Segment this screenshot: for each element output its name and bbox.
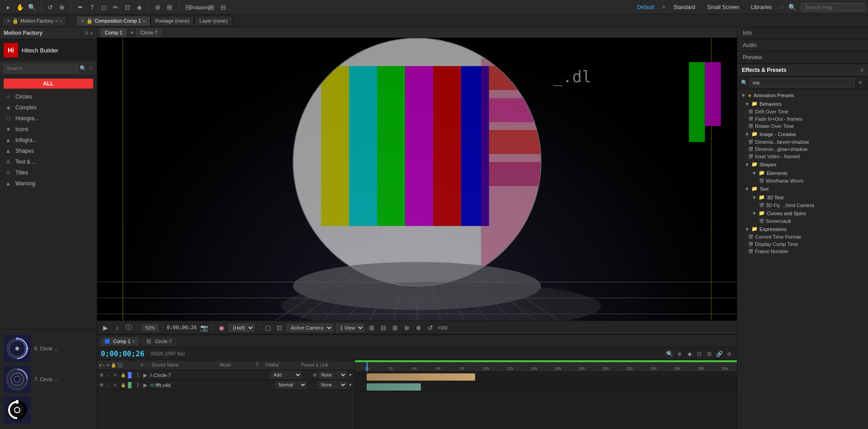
clone-tool-icon[interactable]: ⊡ <box>123 3 132 12</box>
category-shapes[interactable]: ▲ Shapes <box>0 146 97 156</box>
tl-expand-1[interactable]: ▶ <box>143 372 149 378</box>
category-circles[interactable]: ○ Circles <box>0 91 97 102</box>
left-panel-menu-icon[interactable]: ≡ <box>85 30 88 36</box>
plugin-search-input[interactable] <box>4 64 78 73</box>
thumb-item-1[interactable]: 5. Circle ... <box>4 333 93 364</box>
comp-subtab-comp1[interactable]: Comp 1 <box>101 28 127 37</box>
tl-bar-layer2[interactable] <box>367 383 421 391</box>
rp-tab-preview[interactable]: Preview <box>737 52 868 64</box>
all-button[interactable]: ALL <box>4 79 93 89</box>
hand-tool-icon[interactable]: ✋ <box>15 3 24 12</box>
tree-item-rotate[interactable]: 🎬 Rotate Over Time <box>737 123 868 130</box>
search-submit-icon[interactable]: 🔍 <box>80 65 86 71</box>
behaviors-subsection[interactable]: ▼ 📁 Behaviors <box>737 99 868 108</box>
category-titles[interactable]: ≡ Titles <box>0 167 97 178</box>
tree-item-current-time[interactable]: 🎬 Current Time Format <box>737 233 868 240</box>
text-tree-subsection[interactable]: ▼ 📁 Text <box>737 184 868 193</box>
image-creative-subsection[interactable]: ▼ 📁 Image - Creative <box>737 130 868 138</box>
tree-item-bevel[interactable]: 🎬 Dimensi...bevel+shadow <box>737 138 868 146</box>
select-tool-icon[interactable]: ▸ <box>4 3 13 12</box>
tl-lock-2[interactable]: 🔒 <box>121 383 127 387</box>
camera-orbit-icon[interactable]: ⊕ <box>57 3 66 12</box>
category-warning[interactable]: ▲ Warning <box>0 178 97 189</box>
zoom-tool-icon[interactable]: 🔍 <box>27 3 36 12</box>
vc-audio-icon[interactable]: ♪ <box>113 323 122 332</box>
tl-tab-comp1[interactable]: Comp 1 ≡ <box>101 337 139 345</box>
left-panel-expand-icon[interactable]: » <box>90 30 93 36</box>
roto-tool-icon[interactable]: ⊞ <box>165 3 174 12</box>
vc-safe-zones-icon[interactable]: ⊟ <box>379 323 388 332</box>
workspace-small-screen[interactable]: Small Screen <box>703 3 743 11</box>
tl-parent-1[interactable]: None <box>318 371 347 379</box>
tree-item-inset[interactable]: 🎬 Inset Video - framed <box>737 153 868 160</box>
effects-search-input[interactable] <box>750 78 854 87</box>
pen-tool-icon[interactable]: ✒ <box>76 3 85 12</box>
tree-item-3d-fly[interactable]: 🎬 3D Fly ...hind Camera <box>737 202 868 209</box>
category-infogra[interactable]: ▲ Infogra... <box>0 135 97 146</box>
quality-dropdown[interactable]: (Half) <box>229 324 255 332</box>
motion-factory-menu-icon[interactable]: ≡ <box>55 19 58 24</box>
tree-item-glow[interactable]: 🎬 Dimensi...glow+shadow <box>737 146 868 153</box>
tl-trim-icon[interactable]: ⊡ <box>695 350 703 358</box>
tl-layer-row-2[interactable]: 👁 ♪ ☀ 🔒 2 ▶ 3D ffft.c4d Normal <box>97 380 354 390</box>
tl-link-icon[interactable]: 🔗 <box>715 350 723 358</box>
tl-eye-1[interactable]: 👁 <box>99 372 105 378</box>
category-icons[interactable]: ★ Icons <box>0 124 97 135</box>
comp-tab-menu-icon[interactable]: ≡ <box>143 19 146 24</box>
tl-trkmat-2[interactable]: None <box>318 381 347 389</box>
panel-tab-composition[interactable]: ✕ 🔒 Composition Comp 1 ≡ <box>76 16 151 26</box>
category-hologra[interactable]: ⬡ Hologra... <box>0 113 97 124</box>
tl-layer-row-1[interactable]: 👁 ♪ ☀ 🔒 1 ▶ A Circle-7 Add <box>97 370 354 380</box>
distribute-icon[interactable]: ⊟ <box>219 3 228 12</box>
tl-solo-2[interactable]: ☀ <box>113 383 120 387</box>
timeline-ruler[interactable]: 0s 2s 4s 6s 8s 10s 12s 14s 16s 18s 20s 2… <box>355 362 737 372</box>
tl-search-icon[interactable]: 🔍 <box>665 350 674 358</box>
favorites-icon[interactable]: ☆ <box>88 65 93 71</box>
tl-bar-layer1[interactable] <box>367 373 475 381</box>
vc-grid-icon[interactable]: ⊞ <box>391 323 400 332</box>
elements-subsection[interactable]: ▼ 📁 Elements <box>737 169 868 177</box>
panel-tab-close-icon[interactable]: ✕ <box>7 19 10 24</box>
shapes-subsection[interactable]: ▼ 📁 Shapes <box>737 160 868 169</box>
tree-item-frame-number[interactable]: 🎬 Frame Number <box>737 248 868 255</box>
panel-tab-motion-factory[interactable]: ✕ 🔒 Motion Factory ≡ » <box>2 16 67 26</box>
vc-info-icon[interactable]: ⓘ <box>124 323 133 332</box>
tl-parent-dropdown-1[interactable]: ▼ <box>348 372 353 377</box>
tree-item-somersault[interactable]: 🎬 Somersault <box>737 217 868 225</box>
tl-track-row-2[interactable] <box>355 382 737 392</box>
tl-tab-circle7[interactable]: Circle-7 <box>142 337 176 345</box>
vc-preview-icon[interactable]: ▶ <box>101 323 110 332</box>
tl-eye-2[interactable]: 👁 <box>99 382 105 388</box>
workspace-libraries[interactable]: Libraries <box>747 3 775 11</box>
tl-mode-1[interactable]: Add <box>270 371 302 379</box>
tree-item-wireframe[interactable]: 🎬 Wireframe Worm <box>737 177 868 184</box>
comp1-menu-icon[interactable]: ≡ <box>132 339 135 344</box>
view-dropdown[interactable]: 1 View <box>336 324 364 332</box>
tl-solo-1[interactable]: ☀ <box>113 373 120 377</box>
tl-expand-2[interactable]: ▶ <box>143 382 149 388</box>
tree-item-drift[interactable]: 🎬 Drift Over Time <box>737 108 868 115</box>
tl-lock-1[interactable]: 🔒 <box>121 373 127 377</box>
eraser-tool-icon[interactable]: ◈ <box>135 3 144 12</box>
search-input[interactable] <box>801 3 864 11</box>
workspace-standard[interactable]: Standard <box>670 3 699 11</box>
tl-motion-icon[interactable]: ⊛ <box>725 350 733 358</box>
expressions-subsection[interactable]: ▼ 📁 Expressions <box>737 225 868 233</box>
tl-track-row-1[interactable] <box>355 372 737 382</box>
thumb-item-3[interactable] <box>4 395 93 425</box>
vc-channels-icon[interactable]: ⊛ <box>402 323 411 332</box>
rp-tab-info[interactable]: Info <box>737 27 868 39</box>
tl-audio-1[interactable]: ♪ <box>106 373 113 377</box>
vc-color-icon[interactable]: ◉ <box>217 323 226 332</box>
panel-tab-layer[interactable]: Layer (none) <box>194 16 232 25</box>
rp-tab-audio[interactable]: Audio <box>737 39 868 52</box>
tree-item-fade[interactable]: 🎬 Fade In+Out - frames <box>737 115 868 123</box>
camera-dropdown[interactable]: Active Camera <box>287 324 333 332</box>
3d-text-subsection[interactable]: ▼ 📁 3D Text <box>737 193 868 202</box>
curves-spins-subsection[interactable]: ▼ 📁 Curves and Spins <box>737 209 868 217</box>
rotate-tool-icon[interactable]: ↺ <box>46 3 55 12</box>
align-icon[interactable]: ⊞ <box>207 3 216 12</box>
brush-tool-icon[interactable]: ✏ <box>111 3 120 12</box>
workspace-default[interactable]: Default <box>633 3 658 11</box>
effects-search-clear[interactable]: ✕ <box>856 80 864 86</box>
